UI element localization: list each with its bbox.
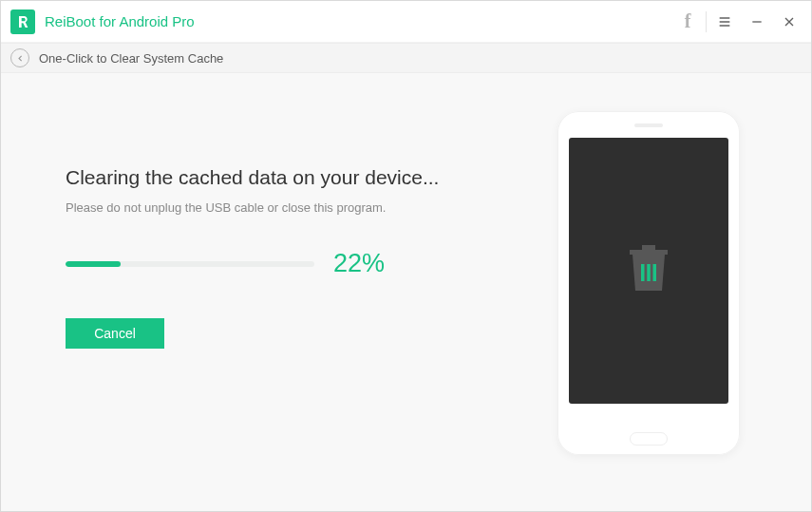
- trash-icon: [627, 243, 670, 298]
- menu-icon[interactable]: [708, 1, 741, 43]
- progress-fill: [66, 261, 121, 267]
- app-title: ReiBoot for Android Pro: [45, 13, 195, 29]
- phone-speaker: [634, 123, 663, 127]
- app-logo-icon: [10, 9, 35, 34]
- back-icon[interactable]: [10, 48, 29, 67]
- svg-rect-0: [641, 264, 645, 281]
- phone-home-button: [630, 432, 668, 446]
- breadcrumb: One-Click to Clear System Cache: [1, 43, 811, 73]
- phone-screen: [569, 138, 728, 404]
- titlebar: ReiBoot for Android Pro f: [1, 1, 811, 43]
- close-icon[interactable]: [773, 1, 805, 43]
- cancel-button[interactable]: Cancel: [66, 318, 164, 349]
- minimize-icon[interactable]: [741, 1, 773, 43]
- progress-percent: 22%: [333, 249, 385, 278]
- progress-bar: [66, 261, 314, 267]
- progress-row: 22%: [66, 249, 464, 278]
- content-area: Clearing the cached data on your device.…: [1, 73, 811, 512]
- page-heading: Clearing the cached data on your device.…: [66, 166, 464, 189]
- svg-rect-1: [647, 264, 651, 281]
- progress-panel: Clearing the cached data on your device.…: [66, 166, 464, 349]
- page-subtext: Please do not unplug the USB cable or cl…: [66, 200, 464, 215]
- separator: [706, 11, 707, 32]
- svg-rect-2: [653, 264, 657, 281]
- phone-illustration: [557, 111, 740, 455]
- breadcrumb-title: One-Click to Clear System Cache: [39, 51, 223, 66]
- facebook-icon[interactable]: f: [671, 1, 704, 43]
